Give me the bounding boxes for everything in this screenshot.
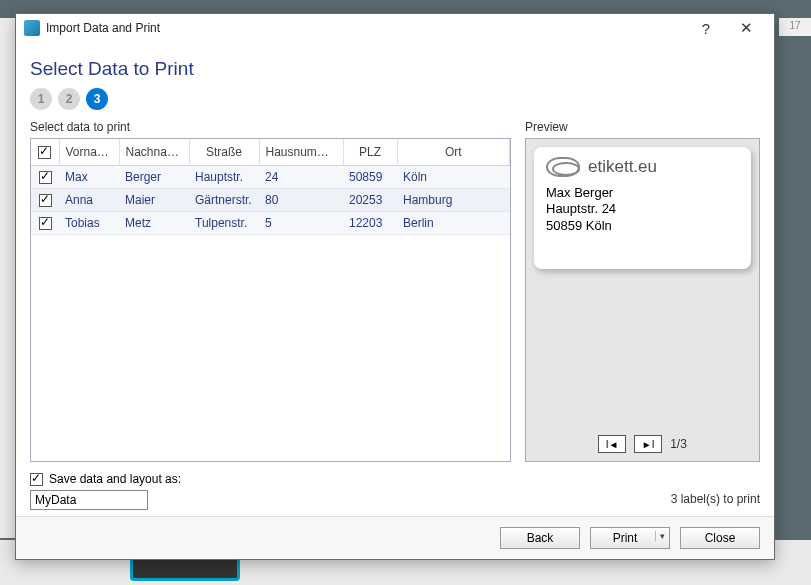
save-layout-label: Save data and layout as: xyxy=(49,472,181,486)
ruler-tick: 17 xyxy=(779,18,811,36)
preview-label: Preview xyxy=(525,120,760,134)
save-layout-checkbox[interactable] xyxy=(30,473,43,486)
preview-line-1: Max Berger xyxy=(546,185,739,201)
step-3[interactable]: 3 xyxy=(86,88,108,110)
data-grid[interactable]: Vorname Nachname Straße Hausnummer PLZ O… xyxy=(30,138,511,462)
preview-next-button[interactable]: ►I xyxy=(634,435,662,453)
titlebar: Import Data and Print ? ✕ xyxy=(16,14,774,42)
preview-line-3: 50859 Köln xyxy=(546,218,739,234)
print-button[interactable]: Print xyxy=(590,527,670,549)
col-strasse[interactable]: Straße xyxy=(189,139,259,165)
step-1[interactable]: 1 xyxy=(30,88,52,110)
table-row[interactable]: Max Berger Hauptstr. 24 50859 Köln xyxy=(31,165,510,188)
preview-logo: etikett.eu xyxy=(546,157,739,177)
preview-first-button[interactable]: I◄ xyxy=(598,435,626,453)
label-preview: etikett.eu Max Berger Hauptstr. 24 50859… xyxy=(534,147,751,269)
help-button[interactable]: ? xyxy=(686,16,726,40)
table-row[interactable]: Tobias Metz Tulpenstr. 5 12203 Berlin xyxy=(31,212,510,235)
app-icon xyxy=(24,20,40,36)
back-button[interactable]: Back xyxy=(500,527,580,549)
dialog-buttons: Back Print Close xyxy=(16,516,774,559)
preview-line-2: Hauptstr. 24 xyxy=(546,201,739,217)
row-checkbox[interactable] xyxy=(39,194,52,207)
tape-roll-icon xyxy=(546,157,580,177)
step-2[interactable]: 2 xyxy=(58,88,80,110)
background-sidebar xyxy=(0,18,15,538)
grid-header-row: Vorname Nachname Straße Hausnummer PLZ O… xyxy=(31,139,510,165)
col-ort[interactable]: Ort xyxy=(397,139,510,165)
close-button[interactable]: Close xyxy=(680,527,760,549)
preview-page-indicator: 1/3 xyxy=(670,437,687,451)
col-vorname[interactable]: Vorname xyxy=(59,139,119,165)
row-checkbox[interactable] xyxy=(39,217,52,230)
col-plz[interactable]: PLZ xyxy=(343,139,397,165)
col-nachname[interactable]: Nachname xyxy=(119,139,189,165)
logo-text: etikett.eu xyxy=(588,157,657,177)
import-data-dialog: Import Data and Print ? ✕ Select Data to… xyxy=(15,13,775,560)
select-all-checkbox[interactable] xyxy=(38,146,51,159)
grid-label: Select data to print xyxy=(30,120,511,134)
label-count: 3 label(s) to print xyxy=(30,492,760,506)
page-title: Select Data to Print xyxy=(30,58,760,80)
window-title: Import Data and Print xyxy=(46,21,160,35)
close-window-button[interactable]: ✕ xyxy=(726,16,766,40)
col-hausnummer[interactable]: Hausnummer xyxy=(259,139,343,165)
row-checkbox[interactable] xyxy=(39,171,52,184)
preview-panel: etikett.eu Max Berger Hauptstr. 24 50859… xyxy=(525,138,760,462)
wizard-steps: 1 2 3 xyxy=(30,88,760,110)
table-row[interactable]: Anna Maier Gärtnerstr. 80 20253 Hamburg xyxy=(31,188,510,211)
